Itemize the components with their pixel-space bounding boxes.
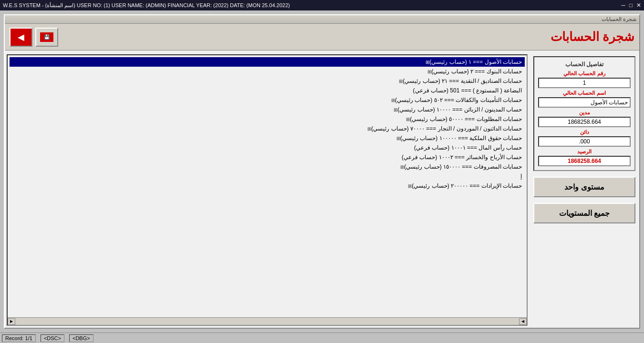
window-title: شجرة الحسابات xyxy=(602,16,636,22)
tree-item-text: حسابات الأصول === ١ (حساب رئيسي) xyxy=(429,59,522,65)
tree-item-text: البضاعة ( المستودع ) === 501 (حساب فرعي) xyxy=(413,87,522,94)
content-area: تفاصيل الحساب رقم الحساب الحالي اسم الحس… xyxy=(5,52,639,328)
current-account-label: رقم الحساب الحالي xyxy=(538,71,631,77)
expand-icon[interactable]: ⊞ xyxy=(399,79,403,84)
horizontal-scrollbar[interactable]: ◀ ▶ xyxy=(8,317,527,325)
tree-item-text: حسابات البنوك === ٢ (حساب رئيسي) xyxy=(431,68,522,75)
tree-item-text: حساب رأس المال === ١٠٠٠١ (حساب فرعي) xyxy=(414,144,522,151)
current-account-input[interactable] xyxy=(538,78,631,88)
left-panel: تفاصيل الحساب رقم الحساب الحالي اسم الحس… xyxy=(530,52,639,328)
tree-item[interactable]: حسابات حقوق الملكية === ١٠٠٠٠٠ (حساب رئي… xyxy=(10,133,525,143)
tree-item[interactable]: حسابات المصروفات === ١٥٠٠٠٠ (حساب رئيسي)… xyxy=(10,162,525,172)
credit-input[interactable] xyxy=(538,136,631,147)
tree-item-text: حسابات التأمينات والكفالات === ٥٠٢ (حساب… xyxy=(395,97,522,103)
level-one-button[interactable]: مستوى واحد xyxy=(533,177,635,197)
tree-item-text: حسابات الصناديق / النقدية === ٢١ (حساب ر… xyxy=(403,78,522,84)
tree-item[interactable]: حساب رأس المال === ١٠٠٠١ (حساب فرعي) xyxy=(10,143,525,152)
expand-icon[interactable]: ⊞ xyxy=(427,69,431,74)
credit-label: دائن xyxy=(538,129,631,135)
debit-label: مدين xyxy=(538,110,631,116)
details-box: تفاصيل الحساب رقم الحساب الحالي اسم الحس… xyxy=(533,56,635,171)
window-controls[interactable]: ─ □ ✕ xyxy=(621,2,641,9)
balance-label: الرصيد xyxy=(538,149,631,155)
page-title: شجرة الحسابات xyxy=(551,30,634,44)
balance-input[interactable] xyxy=(538,156,631,166)
dsc-status: <DSC> xyxy=(41,334,64,342)
tree-item-text: حسابات الدائنون / الموردون / التجار === … xyxy=(371,125,522,132)
tree-scroll-area[interactable]: حسابات الأصول === ١ (حساب رئيسي)⊞حسابات … xyxy=(8,55,527,317)
expand-icon[interactable]: ⊞ xyxy=(391,98,395,103)
details-title: تفاصيل الحساب xyxy=(538,61,631,68)
titlebar: W.E.S SYSTEM - (اسم المنشأة) USER NO: (1… xyxy=(0,0,644,10)
statusbar: Record: 1/1 <DSC> <DBG> xyxy=(0,333,644,343)
tree-item[interactable]: حسابات التأمينات والكفالات === ٥٠٢ (حساب… xyxy=(10,95,525,105)
tree-item-text: حساب المدينون / الزبائن === ١٠٠٠٠ (حساب … xyxy=(397,106,522,113)
all-levels-button[interactable]: جميع المستويات xyxy=(533,203,635,223)
tree-panel[interactable]: حسابات الأصول === ١ (حساب رئيسي)⊞حسابات … xyxy=(7,54,528,326)
tree-item[interactable]: إ xyxy=(10,172,525,181)
minimize-btn[interactable]: ─ xyxy=(621,2,625,9)
tree-item-text: حساب الأرباح والخسائر === ١٠٠٠٢ (حساب فر… xyxy=(402,154,522,161)
expand-icon[interactable]: ⊞ xyxy=(408,183,412,189)
tree-item-text: حسابات المطلوبات === ٥٠٠٠٠ (حساب رئيسي) xyxy=(410,116,522,122)
tree-item[interactable]: حسابات الصناديق / النقدية === ٢١ (حساب ر… xyxy=(10,76,525,86)
tree-item-text: حسابات المصروفات === ١٥٠٠٠٠ (حساب رئيسي) xyxy=(404,163,522,170)
expand-icon[interactable]: ⊞ xyxy=(394,107,397,112)
window-titlebar: شجرة الحسابات xyxy=(5,15,639,24)
expand-icon[interactable]: ⊞ xyxy=(406,117,410,122)
tree-item[interactable]: حسابات الدائنون / الموردون / التجار === … xyxy=(10,124,525,133)
main-area: شجرة الحسابات ◀ 💾 شجرة الحسابات تفاصيل ا… xyxy=(0,10,644,333)
debit-input[interactable] xyxy=(538,117,631,127)
account-name-input[interactable] xyxy=(538,97,631,108)
dbg-status: <DBG> xyxy=(69,334,93,342)
tree-item-text: حسابات حقوق الملكية === ١٠٠٠٠٠ (حساب رئي… xyxy=(400,135,522,141)
expand-icon[interactable]: ⊞ xyxy=(426,60,429,65)
expand-icon[interactable]: ⊞ xyxy=(367,126,371,131)
tree-item-text: حسابات الإيرادات === ٢٠٠٠٠٠ (حساب رئيسي) xyxy=(412,182,522,189)
tree-item[interactable]: البضاعة ( المستودع ) === 501 (حساب فرعي) xyxy=(10,86,525,95)
tree-item[interactable]: حساب الأرباح والخسائر === ١٠٠٠٢ (حساب فر… xyxy=(10,152,525,162)
tree-item-text: إ xyxy=(520,173,522,180)
expand-icon[interactable]: ⊞ xyxy=(396,136,400,141)
inner-window: شجرة الحسابات ◀ 💾 شجرة الحسابات تفاصيل ا… xyxy=(4,14,640,329)
expand-icon[interactable]: ⊞ xyxy=(400,164,404,170)
tree-item[interactable]: حسابات الأصول === ١ (حساب رئيسي)⊞ xyxy=(10,57,525,67)
title-text: W.E.S SYSTEM - (اسم المنشأة) USER NO: (1… xyxy=(3,2,290,9)
tree-item[interactable]: حسابات المطلوبات === ٥٠٠٠٠ (حساب رئيسي)⊞ xyxy=(10,114,525,124)
maximize-btn[interactable]: □ xyxy=(629,2,633,9)
record-status: Record: 1/1 xyxy=(2,334,36,342)
back-button[interactable]: ◀ xyxy=(10,28,32,47)
account-name-label: اسم الحساب الحالي xyxy=(538,90,631,96)
tree-item[interactable]: حسابات البنوك === ٢ (حساب رئيسي)⊞ xyxy=(10,67,525,76)
close-btn[interactable]: ✕ xyxy=(636,2,641,9)
tree-item[interactable]: حساب المدينون / الزبائن === ١٠٠٠٠ (حساب … xyxy=(10,105,525,114)
tree-item[interactable]: حسابات الإيرادات === ٢٠٠٠٠٠ (حساب رئيسي)… xyxy=(10,181,525,191)
save-button[interactable]: 💾 xyxy=(35,28,58,47)
